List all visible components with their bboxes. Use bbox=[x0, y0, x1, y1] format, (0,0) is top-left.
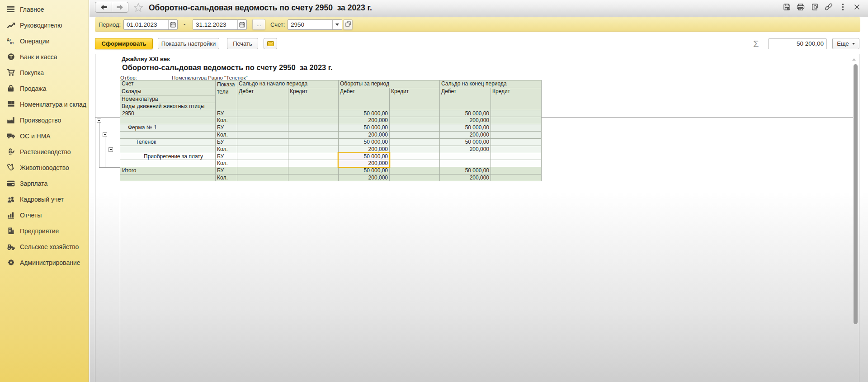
sum-field[interactable]: 50 200,00 bbox=[768, 38, 827, 49]
table-cell[interactable]: 50 000,00 bbox=[339, 167, 390, 174]
date-to-input[interactable]: 31.12.2023 bbox=[193, 20, 237, 29]
tree-collapse-item[interactable] bbox=[108, 147, 113, 152]
table-cell[interactable]: 200,000 bbox=[440, 132, 491, 139]
sidebar-item-os-i-nma[interactable]: ОС и НМА bbox=[0, 128, 89, 144]
scroll-up-icon[interactable] bbox=[852, 58, 856, 61]
table-cell[interactable]: 200,000 bbox=[339, 132, 390, 139]
sidebar-item-pokupka[interactable]: Покупка bbox=[0, 65, 89, 80]
table-cell[interactable]: 50 000,00 bbox=[440, 124, 491, 132]
table-cell[interactable] bbox=[237, 167, 288, 174]
more-button[interactable]: Еще bbox=[832, 38, 859, 49]
table-cell[interactable] bbox=[288, 160, 339, 167]
table-cell[interactable] bbox=[120, 160, 216, 167]
table-cell[interactable]: Кол. bbox=[216, 160, 237, 167]
table-cell[interactable] bbox=[440, 153, 491, 160]
table-cell[interactable] bbox=[491, 146, 542, 153]
table-cell[interactable] bbox=[390, 132, 440, 139]
table-cell[interactable] bbox=[491, 160, 542, 167]
close-icon[interactable] bbox=[853, 3, 861, 11]
account-input[interactable]: 2950 bbox=[288, 20, 332, 29]
table-cell[interactable] bbox=[390, 124, 440, 132]
table-cell[interactable] bbox=[390, 117, 440, 124]
table-cell[interactable] bbox=[237, 110, 288, 117]
table-cell[interactable] bbox=[491, 139, 542, 146]
table-cell[interactable] bbox=[491, 174, 542, 181]
table-cell[interactable]: 50 000,00 bbox=[339, 110, 390, 117]
table-cell[interactable] bbox=[288, 124, 339, 132]
table-cell[interactable] bbox=[288, 174, 339, 181]
table-cell[interactable]: 200,000 bbox=[440, 146, 491, 153]
sidebar-item-administrirovanie[interactable]: Администрирование bbox=[0, 255, 89, 270]
vertical-scrollbar-thumb[interactable] bbox=[854, 64, 858, 324]
table-cell[interactable] bbox=[390, 160, 440, 167]
table-cell[interactable] bbox=[491, 124, 542, 132]
account-dropdown-icon[interactable] bbox=[332, 20, 342, 29]
table-cell[interactable]: Кол. bbox=[216, 174, 237, 181]
table-cell[interactable]: 200,000 bbox=[440, 174, 491, 181]
preview-icon[interactable] bbox=[811, 3, 819, 11]
table-cell[interactable] bbox=[390, 139, 440, 146]
sidebar-item-glavnoe[interactable]: Главное bbox=[0, 1, 89, 17]
table-cell[interactable]: БУ bbox=[216, 139, 237, 146]
sidebar-item-selskoe-hozyajstvo[interactable]: Сельское хозяйство bbox=[0, 239, 89, 255]
table-cell[interactable] bbox=[390, 167, 440, 174]
tree-collapse-account[interactable] bbox=[97, 118, 101, 123]
table-cell[interactable] bbox=[491, 110, 542, 117]
table-cell[interactable]: БУ bbox=[216, 110, 237, 117]
table-cell[interactable]: 200,000 bbox=[339, 117, 390, 124]
table-cell[interactable]: 50 000,00 bbox=[440, 110, 491, 117]
sidebar-item-operacii[interactable]: ДтКт Операции bbox=[0, 33, 89, 49]
sidebar-item-prodazha[interactable]: Продажа bbox=[0, 80, 89, 96]
table-cell[interactable] bbox=[288, 153, 339, 160]
tree-collapse-farm[interactable] bbox=[103, 132, 107, 137]
table-cell[interactable]: 50 000,00 bbox=[440, 167, 491, 174]
table-cell[interactable] bbox=[390, 153, 440, 160]
table-cell[interactable]: БУ bbox=[216, 153, 237, 160]
link-icon[interactable] bbox=[825, 3, 833, 11]
sidebar-item-proizvodstvo[interactable]: Производство bbox=[0, 112, 89, 128]
table-cell[interactable]: Ферма № 1 bbox=[120, 124, 216, 132]
table-cell[interactable]: Кол. bbox=[216, 132, 237, 139]
table-cell[interactable] bbox=[237, 160, 288, 167]
back-button[interactable] bbox=[95, 2, 112, 12]
table-cell[interactable]: 2950 bbox=[120, 110, 216, 117]
sidebar-item-zhivotnovodstvo[interactable]: Животноводство bbox=[0, 160, 89, 175]
show-settings-button[interactable]: Показать настройки bbox=[158, 38, 219, 49]
table-cell[interactable]: 200,000 bbox=[339, 174, 390, 181]
save-icon[interactable] bbox=[783, 3, 791, 11]
table-cell[interactable] bbox=[120, 117, 216, 124]
sidebar-item-rastenievodstvo[interactable]: Растениеводство bbox=[0, 144, 89, 160]
table-cell[interactable]: Приобретение за плату bbox=[120, 153, 216, 160]
table-cell[interactable]: БУ bbox=[216, 124, 237, 132]
table-cell[interactable] bbox=[237, 146, 288, 153]
table-cell[interactable] bbox=[288, 167, 339, 174]
sidebar-item-zarplata[interactable]: Зарплата bbox=[0, 175, 89, 191]
sidebar-item-kadrovyj-uchet[interactable]: Кадровый учет bbox=[0, 191, 89, 207]
table-cell[interactable] bbox=[288, 110, 339, 117]
table-cell[interactable] bbox=[237, 174, 288, 181]
table-cell[interactable] bbox=[440, 160, 491, 167]
table-cell[interactable] bbox=[237, 153, 288, 160]
table-cell[interactable]: Итого bbox=[120, 167, 216, 174]
table-cell[interactable] bbox=[237, 132, 288, 139]
table-cell[interactable] bbox=[390, 146, 440, 153]
table-cell[interactable] bbox=[237, 124, 288, 132]
table-cell[interactable]: Теленок bbox=[120, 139, 216, 146]
sidebar-item-otchety[interactable]: Отчеты bbox=[0, 207, 89, 223]
table-cell[interactable]: 50 000,00 bbox=[440, 139, 491, 146]
date-to-calendar-icon[interactable] bbox=[237, 20, 246, 29]
table-cell[interactable] bbox=[120, 146, 216, 153]
sidebar-item-rukovoditelyu[interactable]: Руководителю bbox=[0, 17, 89, 33]
sidebar-item-bank-i-kassa[interactable]: Банк и касса bbox=[0, 49, 89, 65]
generate-button[interactable]: Сформировать bbox=[95, 38, 153, 49]
kebab-icon[interactable] bbox=[839, 3, 847, 11]
table-cell[interactable] bbox=[120, 174, 216, 181]
sidebar-item-nomenklatura[interactable]: Номенклатура и склад bbox=[0, 96, 89, 112]
table-cell[interactable] bbox=[288, 117, 339, 124]
table-cell[interactable] bbox=[491, 153, 542, 160]
print-button[interactable]: Печать bbox=[227, 38, 258, 49]
forward-button[interactable] bbox=[112, 2, 128, 12]
table-cell[interactable] bbox=[288, 146, 339, 153]
table-cell[interactable]: БУ bbox=[216, 167, 237, 174]
email-button[interactable] bbox=[264, 38, 277, 49]
